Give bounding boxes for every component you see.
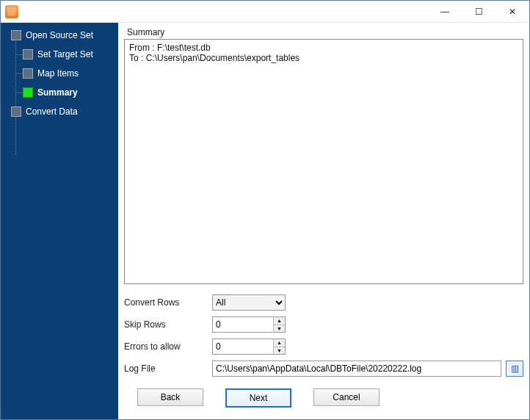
summary-to-line: To : C:\Users\pan\Documents\export_table…	[129, 53, 300, 63]
log-file-input[interactable]	[212, 361, 501, 377]
log-file-browse-button[interactable]: ▥	[506, 361, 523, 377]
step-label: Open Source Set	[26, 30, 93, 40]
step-set-target-set[interactable]: Set Target Set	[1, 49, 118, 59]
spinner-up-icon[interactable]: ▲	[274, 339, 285, 347]
title-bar: — ☐ ✕	[1, 1, 529, 23]
convert-rows-label: Convert Rows	[124, 297, 212, 308]
app-icon	[5, 5, 18, 18]
step-marker-icon	[11, 106, 21, 117]
step-label: Set Target Set	[37, 49, 93, 59]
minimize-button[interactable]: —	[428, 1, 462, 22]
errors-to-allow-spinner[interactable]: ▲ ▼	[212, 338, 286, 355]
spinner-down-icon[interactable]: ▼	[274, 347, 285, 355]
step-open-source-set[interactable]: Open Source Set	[1, 30, 118, 40]
spinner-up-icon[interactable]: ▲	[274, 317, 285, 325]
main-panel: Summary From : F:\test\test.db To : C:\U…	[118, 23, 529, 419]
cancel-button[interactable]: Cancel	[313, 388, 380, 406]
window-controls: — ☐ ✕	[428, 1, 529, 22]
browse-icon: ▥	[511, 363, 519, 374]
step-convert-data[interactable]: Convert Data	[1, 106, 118, 117]
app-window: — ☐ ✕ Open Source Set Set Target Set Map…	[0, 0, 530, 420]
step-summary[interactable]: Summary	[1, 87, 118, 98]
summary-from-line: From : F:\test\test.db	[129, 43, 211, 53]
convert-rows-select[interactable]: All	[212, 294, 286, 311]
skip-rows-label: Skip Rows	[124, 319, 212, 330]
spinner-down-icon[interactable]: ▼	[274, 325, 285, 333]
log-file-label: Log File	[124, 363, 212, 374]
skip-rows-input[interactable]	[213, 317, 273, 332]
step-marker-icon	[23, 68, 33, 79]
back-button[interactable]: Back	[137, 388, 203, 406]
step-marker-icon	[23, 87, 33, 98]
step-label: Summary	[37, 87, 78, 98]
close-button[interactable]: ✕	[495, 1, 529, 22]
errors-to-allow-label: Errors to allow	[124, 341, 212, 352]
step-marker-icon	[23, 49, 33, 59]
next-button[interactable]: Next	[225, 388, 291, 408]
step-marker-icon	[11, 30, 21, 40]
summary-text-area[interactable]: From : F:\test\test.db To : C:\Users\pan…	[124, 39, 523, 284]
step-label: Convert Data	[26, 106, 78, 117]
summary-heading: Summary	[127, 27, 520, 37]
wizard-button-row: Back Next Cancel	[124, 380, 523, 413]
step-label: Map Items	[37, 68, 79, 79]
skip-rows-spinner[interactable]: ▲ ▼	[212, 316, 286, 333]
wizard-sidebar: Open Source Set Set Target Set Map Items…	[1, 23, 118, 419]
maximize-button[interactable]: ☐	[462, 1, 495, 22]
errors-to-allow-input[interactable]	[213, 339, 273, 354]
step-map-items[interactable]: Map Items	[1, 68, 118, 79]
